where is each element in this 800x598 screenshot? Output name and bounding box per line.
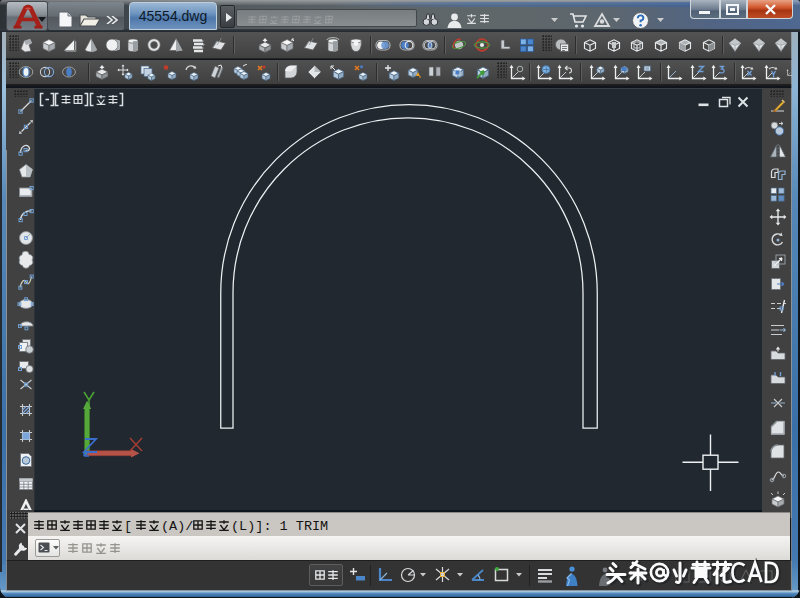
svg-text:(A)/: (A)/	[161, 519, 193, 534]
svg-text:[: [	[124, 519, 132, 534]
svg-text:(L)]: 1 TRIM: (L)]: 1 TRIM	[231, 519, 328, 534]
